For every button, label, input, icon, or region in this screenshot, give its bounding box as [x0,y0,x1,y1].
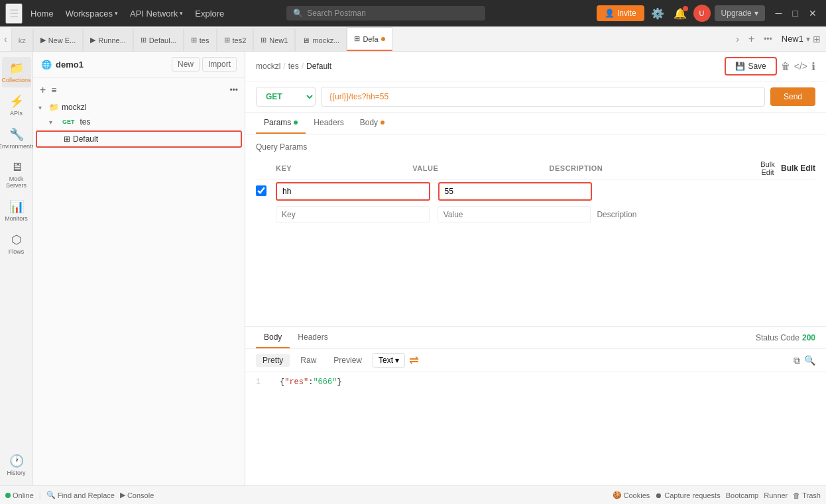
breadcrumb-part-2[interactable]: tes [288,62,299,71]
param-value-input-empty[interactable] [438,206,591,223]
response-content: 1 {"res":"666"} [245,372,826,485]
tab-defa-active[interactable]: ⊞ Defa [347,27,392,51]
tab-kz[interactable]: kz [11,28,33,51]
breadcrumb-part-1[interactable]: mockzl [256,62,280,71]
param-value-input-1[interactable] [438,182,593,201]
notification-badge [683,6,688,11]
param-key-input-empty[interactable] [276,206,430,223]
minimize-button[interactable]: ─ [772,7,786,20]
tab-default-2[interactable]: ⊞ Defaul... [133,28,184,51]
tab-params[interactable]: Params [256,113,306,134]
preview-tab[interactable]: Preview [327,354,369,367]
nav-api-network[interactable]: API Network ▾ [125,6,188,21]
tab-more-button[interactable]: ••• [760,34,776,44]
find-replace-button[interactable]: 🔍 Find and Replace [46,491,115,499]
console-button[interactable]: ▶ Console [120,491,154,499]
sidebar-item-apis[interactable]: ⚡ APIs [2,90,31,121]
sidebar-item-monitors[interactable]: 📊 Monitors [2,195,31,226]
nav-workspaces[interactable]: Workspaces ▾ [60,6,123,21]
runner-button[interactable]: Runner [764,491,788,499]
hamburger-menu-icon[interactable]: ☰ [5,3,23,24]
response-toolbar: Pretty Raw Preview Text ▾ ⇌ ⧉ 🔍 [245,349,826,372]
tab-new1[interactable]: ⊞ New1 [253,28,295,51]
sidebar-item-environments[interactable]: 🔧 Environments [2,123,31,154]
tab-icon: ▶ [40,36,46,44]
sidebar-header: 🌐 demo1 New Import [33,52,245,77]
sidebar-panel: 📁 Collections ⚡ APIs 🔧 Environments 🖥 Mo… [0,52,245,485]
value-column-header: VALUE [412,164,549,172]
tab-body[interactable]: Body [352,113,392,134]
online-status[interactable]: Online [5,491,34,499]
copy-response-button[interactable]: ⧉ [794,355,800,366]
upgrade-button[interactable]: Upgrade ▾ [715,5,765,21]
tab-tes[interactable]: ⊞ tes [184,28,217,51]
info-button[interactable]: ℹ [811,60,815,73]
bulk-edit-label[interactable]: Bulk Edit [781,164,815,173]
pretty-tab[interactable]: Pretty [256,354,290,367]
param-row-empty [256,203,815,226]
param-row-1 [256,179,815,203]
nav-explore[interactable]: Explore [190,6,229,21]
tab-mockz[interactable]: 🖥 mockz... [295,28,347,51]
capture-icon: ⏺ [655,491,662,499]
layout-toggle-button[interactable]: ⊞ [813,34,821,44]
trash-button[interactable]: 🗑 [781,61,790,72]
apis-icon: ⚡ [9,94,24,109]
format-select[interactable]: Text ▾ [373,353,405,368]
sidebar-item-collections[interactable]: 📁 Collections [2,57,31,87]
tab-icon: ⊞ [141,36,147,44]
response-tab-headers[interactable]: Headers [290,327,335,348]
code-button[interactable]: </> [794,61,807,72]
request-default[interactable]: ⊞ Default [36,130,242,148]
top-navigation: Home Workspaces ▾ API Network ▾ Explore [25,6,229,21]
maximize-button[interactable]: □ [789,7,802,20]
bulk-edit-button[interactable]: Bulk Edit [754,160,781,176]
sort-button[interactable]: ≡ [50,83,58,97]
cookies-button[interactable]: 🍪 Cookies [613,491,650,499]
tab-scroll-right[interactable]: › [732,26,743,51]
tab-new-environment[interactable]: ▶ New E... [33,28,84,51]
request-icon: ⊞ [64,134,70,144]
tab-runner[interactable]: ▶ Runne... [83,28,133,51]
search-response-button[interactable]: 🔍 [804,355,815,366]
search-bar[interactable]: 🔍 Search Postman [286,6,485,21]
raw-tab[interactable]: Raw [294,354,323,367]
param-checkbox-1[interactable] [256,185,266,196]
method-select[interactable]: GET POST PUT DELETE [256,87,316,107]
send-button[interactable]: Send [770,87,815,106]
url-input[interactable] [321,87,765,107]
bootcamp-button[interactable]: Bootcamp [726,491,759,499]
param-key-input-1[interactable] [276,182,430,201]
settings-icon[interactable]: ⚙️ [648,5,667,23]
import-button[interactable]: Import [202,57,237,72]
save-button[interactable]: 💾 Save [725,57,776,76]
sidebar-item-mock-servers[interactable]: 🖥 Mock Servers [2,156,31,193]
align-icon[interactable]: ⇌ [409,353,419,368]
close-button[interactable]: ✕ [805,7,821,20]
sidebar-item-flows[interactable]: ⬡ Flows [2,228,31,259]
tab-scroll-left[interactable]: ‹ [0,26,11,51]
param-desc-input-empty[interactable] [591,206,815,223]
add-collection-button[interactable]: + [38,83,47,97]
notification-icon[interactable]: 🔔 [671,5,689,23]
trash-button[interactable]: 🗑 Trash [793,491,821,499]
collections-more-button[interactable]: ••• [228,84,239,96]
collection-tes[interactable]: ▾ GET tes [33,115,245,129]
response-tab-body[interactable]: Body [256,327,290,348]
sidebar-item-history[interactable]: 🕐 History [2,450,31,480]
invite-button[interactable]: 👤 Invite [597,5,644,21]
tab-dropdown-button[interactable]: ▾ [806,34,810,44]
collection-mockzl[interactable]: ▾ 📁 mockzl [33,100,245,115]
tab-right-section: New1 ▾ ⊞ [776,34,826,44]
trash-icon: 🗑 [793,491,800,499]
capture-requests-button[interactable]: ⏺ Capture requests [655,491,720,499]
response-area: Body Headers Status Code 200 Pretty Raw [245,327,826,485]
new-button[interactable]: New [172,57,200,72]
new-tab-button[interactable]: + [743,33,760,45]
avatar[interactable]: U [693,5,711,22]
tab-tes2[interactable]: ⊞ tes2 [217,28,254,51]
tab-headers[interactable]: Headers [306,113,351,134]
nav-home[interactable]: Home [25,6,59,21]
history-icon: 🕐 [9,454,24,468]
param-desc-input-1[interactable] [592,183,815,200]
